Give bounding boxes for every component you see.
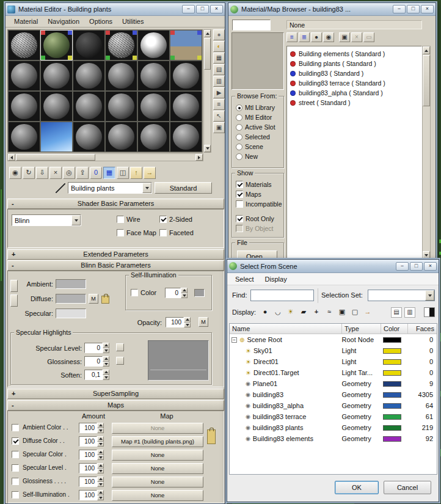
scene-row[interactable]: ◉Building83 elements Geometry 92 <box>230 433 437 444</box>
sample-slot[interactable] <box>105 91 137 122</box>
spinner-up[interactable] <box>97 477 104 482</box>
diffuse-map-checkbox[interactable] <box>12 437 21 445</box>
close-button[interactable]: × <box>210 5 223 13</box>
sample-slot[interactable] <box>105 30 137 60</box>
opacity-spinner[interactable]: 100 <box>166 317 191 327</box>
sample-slot[interactable] <box>170 91 202 122</box>
spinner-down[interactable] <box>97 428 104 434</box>
rollout-supersampling[interactable]: + SuperSampling <box>7 389 224 399</box>
glossiness-map-button[interactable] <box>116 357 124 365</box>
material-name-dropdown[interactable]: Building plants <box>68 182 152 194</box>
display-shapes-button[interactable]: ◡ <box>272 307 284 318</box>
sample-slot[interactable] <box>170 30 202 60</box>
column-name[interactable]: Name <box>230 324 342 334</box>
radio-mtl-editor[interactable]: Mtl Editor <box>236 114 272 121</box>
material-list[interactable]: Building elements ( Standard ) Building … <box>286 46 422 260</box>
maximize-button[interactable]: □ <box>196 5 209 13</box>
sample-slot[interactable] <box>137 30 170 60</box>
material-map-navigator-button[interactable]: ▣ <box>213 122 225 133</box>
view-small-icons-button[interactable]: ● <box>311 32 322 42</box>
glossiness-map-slot-button[interactable]: None <box>112 477 203 488</box>
sample-slot[interactable] <box>73 60 105 91</box>
delete-from-library-button[interactable]: × <box>351 32 362 42</box>
rollout-blinn-basic-parameters[interactable]: - Blinn Basic Parameters <box>7 260 224 271</box>
display-geometry-button[interactable]: ● <box>259 307 271 318</box>
scene-row[interactable]: −⊕Scene Root Root Node 0 <box>230 334 437 345</box>
self-illumination-map-slot-button[interactable]: None <box>112 490 203 501</box>
self-illumination-color-checkbox[interactable]: Color <box>131 289 156 296</box>
glossiness-amount-spinner[interactable]: 100 <box>79 477 104 487</box>
scroll-left-button[interactable] <box>8 154 15 161</box>
display-helpers-button[interactable]: + <box>310 307 323 318</box>
material-id-channel-button[interactable]: 0 <box>90 167 102 179</box>
video-color-check-button[interactable]: ▥ <box>213 76 225 87</box>
put-to-library-button[interactable]: ⇪ <box>76 167 89 179</box>
dropdown-arrow-icon[interactable] <box>425 290 434 301</box>
specular-color-swatch[interactable] <box>56 309 86 318</box>
dropdown-arrow-icon[interactable] <box>71 215 81 225</box>
lock-diffuse-specular-button[interactable] <box>10 294 18 307</box>
view-list-button[interactable]: ≡ <box>286 32 297 42</box>
specular-level-map-checkbox[interactable] <box>12 464 21 472</box>
spinner-up[interactable] <box>97 450 104 455</box>
root-only-checkbox[interactable]: Root Only <box>236 215 274 222</box>
selection-set-dropdown[interactable] <box>368 290 435 301</box>
menu-navigation[interactable]: Navigation <box>43 16 84 26</box>
sample-slot[interactable] <box>105 122 137 152</box>
sample-slot[interactable] <box>73 91 105 122</box>
material-list-item[interactable]: building83 terrace ( Standard ) <box>287 78 421 88</box>
spinner-up[interactable] <box>97 423 104 428</box>
sample-slot[interactable] <box>73 122 105 152</box>
spinner-up[interactable] <box>97 490 104 495</box>
sample-slot[interactable] <box>40 91 73 122</box>
display-groups-button[interactable]: ▣ <box>336 307 348 318</box>
show-map-in-viewport-button[interactable]: ▦ <box>103 167 115 179</box>
column-type[interactable]: Type <box>342 324 381 334</box>
spinner-down[interactable] <box>97 495 104 501</box>
spinner-up[interactable] <box>181 288 188 293</box>
scroll-up-button[interactable] <box>423 46 430 54</box>
rollout-maps[interactable]: - Maps <box>7 400 224 411</box>
dropdown-arrow-icon[interactable] <box>142 183 151 193</box>
glossiness-spinner[interactable]: 0 <box>84 356 109 367</box>
spinner-down[interactable] <box>97 469 104 474</box>
put-material-to-scene-button[interactable]: ↻ <box>23 167 35 179</box>
select-scene-titlebar[interactable]: Select From Scene − □ × <box>227 260 439 273</box>
spinner-up[interactable] <box>97 463 104 469</box>
menu-options[interactable]: Options <box>84 16 117 26</box>
display-lights-button[interactable]: ☀ <box>285 307 297 318</box>
go-to-parent-button[interactable]: ↑ <box>130 167 142 179</box>
close-button[interactable]: × <box>424 262 437 271</box>
diffuse-amount-spinner[interactable]: 100 <box>79 436 104 447</box>
spinner-down[interactable] <box>103 362 109 367</box>
specular-color-map-checkbox[interactable] <box>12 451 21 458</box>
shader-type-dropdown[interactable]: Blinn <box>12 214 81 226</box>
make-preview-button[interactable]: ▶ <box>213 87 225 98</box>
lock-icon[interactable] <box>101 296 109 304</box>
show-materials-checkbox[interactable]: Materials <box>236 181 272 188</box>
face-map-checkbox[interactable]: Face Map <box>117 229 156 236</box>
two-sided-checkbox[interactable]: 2-Sided <box>159 216 192 223</box>
opacity-map-button[interactable]: M <box>199 317 208 327</box>
show-incompatible-checkbox[interactable]: Incompatible <box>236 200 282 208</box>
ok-button[interactable]: OK <box>335 481 379 494</box>
clear-material-library-button[interactable]: ▭ <box>363 32 374 42</box>
scrollbar-thumb[interactable] <box>16 154 95 161</box>
ambient-amount-spinner[interactable]: 100 <box>79 423 104 433</box>
select-by-material-button[interactable]: ↖ <box>213 111 225 122</box>
display-hierarchy-view-button[interactable]: ▥ <box>404 307 415 318</box>
slots-vertical-scrollbar[interactable] <box>203 29 211 153</box>
pick-material-from-object-icon[interactable] <box>56 183 65 193</box>
rollout-shader-basic-parameters[interactable]: - Shader Basic Parameters <box>7 199 224 209</box>
spinner-down[interactable] <box>97 482 104 488</box>
material-list-item[interactable]: street ( Standard ) <box>287 98 421 108</box>
sample-uv-tiling-button[interactable]: ▤ <box>213 64 225 75</box>
radio-active-slot[interactable]: Active Slot <box>236 123 275 131</box>
display-list-view-button[interactable]: ▤ <box>391 307 402 318</box>
self-illumination-spinner[interactable]: 0 <box>165 288 188 298</box>
column-color[interactable]: Color <box>381 324 408 334</box>
diffuse-map-button[interactable]: M <box>89 294 98 304</box>
diffuse-color-swatch[interactable] <box>56 294 86 304</box>
scene-row[interactable]: ☀Direct01.Target Light Tar... 0 <box>230 367 437 378</box>
sample-slot[interactable] <box>40 122 73 152</box>
